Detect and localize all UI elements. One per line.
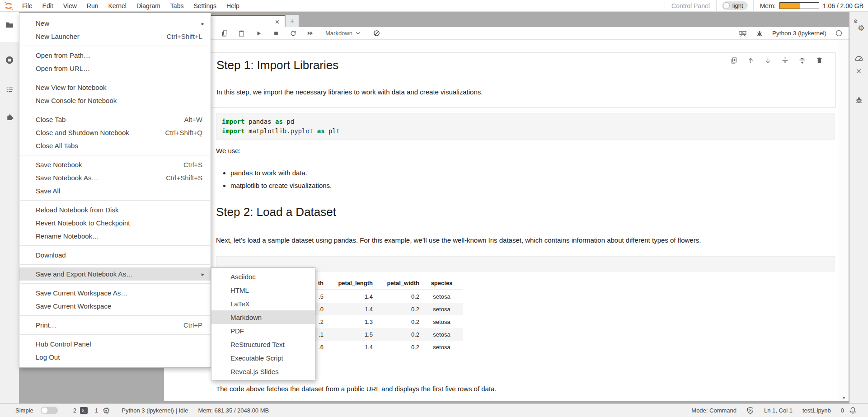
markdown-cell-step1[interactable]: Step 1: Import Libraries In this step, w…	[176, 52, 836, 108]
menubar-settings[interactable]: Settings	[188, 0, 221, 11]
menu-item-new-console-for-notebook[interactable]: New Console for Notebook	[19, 94, 211, 107]
menu-item-open-from-url[interactable]: Open from URL…	[19, 62, 211, 75]
insert-cell-above-icon[interactable]	[781, 56, 789, 64]
menu-item-close-and-shutdown-notebook[interactable]: Close and Shutdown NotebookCtrl+Shift+Q	[19, 126, 211, 139]
menu-separator	[19, 243, 211, 248]
command-mode-text[interactable]: Mode: Command	[691, 407, 737, 414]
insert-cell-below-icon[interactable]	[798, 56, 806, 64]
extension-manager-icon[interactable]	[0, 112, 19, 121]
menu-item-new[interactable]: New▸	[19, 17, 211, 30]
paste-cells-icon[interactable]	[238, 29, 245, 37]
menu-item-save-notebook[interactable]: Save NotebookCtrl+S	[19, 158, 211, 171]
paragraph-we-use: We use:	[216, 147, 241, 155]
menu-item-new-launcher[interactable]: New LauncherCtrl+Shift+L	[19, 30, 211, 43]
debugger-icon[interactable]	[849, 96, 868, 104]
menu-separator	[19, 313, 211, 319]
menubar-view[interactable]: View	[58, 0, 82, 11]
menu-item-hub-control-panel[interactable]: Hub Control Panel	[19, 337, 211, 351]
export-option-markdown[interactable]: Markdown	[211, 310, 315, 324]
menu-item-save-current-workspace-as[interactable]: Save Current Workspace As…	[19, 286, 211, 300]
file-browser-icon[interactable]	[0, 20, 19, 29]
menubar-kernel[interactable]: Kernel	[103, 0, 131, 11]
column-header-species: species	[420, 280, 463, 286]
heading-step2: Step 2: Load a Dataset	[216, 205, 336, 219]
interrupt-kernel-icon[interactable]	[272, 29, 280, 37]
slideshow-icon[interactable]	[739, 29, 747, 37]
export-option-latex[interactable]: LaTeX	[211, 297, 315, 310]
menu-item-save-current-workspace[interactable]: Save Current Workspace	[19, 300, 211, 313]
menubar-file[interactable]: File	[17, 0, 38, 11]
close-icon[interactable]	[849, 68, 868, 75]
menu-item-reload-notebook-from-disk[interactable]: Reload Notebook from Disk	[19, 203, 211, 216]
menu-item-close-tab[interactable]: Close TabAlt+W	[19, 113, 211, 126]
menu-item-save-all[interactable]: Save All	[19, 184, 211, 197]
kernel-chip-icon[interactable]	[103, 407, 110, 414]
export-option-reveal-js-slides[interactable]: Reveal.js Slides	[211, 365, 315, 378]
menu-item-save-and-export-notebook-as[interactable]: Save and Export Notebook As…▸	[19, 267, 211, 281]
export-option-pdf[interactable]: PDF	[211, 324, 315, 337]
menubar-edit[interactable]: Edit	[38, 0, 58, 11]
control-panel-link[interactable]: Control Panel	[665, 2, 716, 9]
notifications-bell-icon[interactable]	[849, 407, 856, 414]
add-tab-button[interactable]: +	[286, 15, 299, 27]
column-header-petal-width: petal_width	[374, 280, 420, 286]
system-monitor-gauge-icon[interactable]	[849, 54, 868, 63]
restart-run-all-icon[interactable]	[306, 29, 314, 37]
simple-mode-toggle[interactable]	[41, 407, 58, 414]
theme-toggle[interactable]: light	[722, 1, 748, 10]
active-filename[interactable]: test1.ipynb	[802, 407, 831, 414]
notebook-toolbar: Markdown Python 3 (ipykernel)	[164, 27, 849, 40]
menubar-tabs[interactable]: Tabs	[165, 0, 189, 11]
vertical-scrollbar[interactable]: ▾	[839, 40, 849, 401]
menu-item-print[interactable]: Print…Ctrl+P	[19, 319, 211, 332]
property-inspector-icon[interactable]: ⚙⚙	[849, 20, 868, 31]
code-cell-imports[interactable]: import pandas as pdimport matplotlib.pyp…	[216, 113, 835, 140]
kernel-name[interactable]: Python 3 (ipykernel)	[772, 30, 826, 37]
notifications-count: 0	[841, 407, 844, 414]
menu-item-revert-notebook-to-checkpoint[interactable]: Revert Notebook to Checkpoint	[19, 216, 211, 230]
table-of-contents-icon[interactable]	[0, 85, 19, 94]
menu-item-log-out[interactable]: Log Out	[19, 351, 211, 364]
tab-close-icon[interactable]	[274, 19, 280, 25]
move-cell-up-icon[interactable]	[747, 56, 755, 64]
kernel-status-icon[interactable]	[835, 30, 842, 37]
submenu-arrow-icon: ▸	[202, 271, 205, 277]
menu-item-rename-notebook[interactable]: Rename Notebook…	[19, 230, 211, 243]
menubar-run[interactable]: Run	[82, 0, 103, 11]
submenu-arrow-icon: ▸	[202, 20, 205, 27]
running-kernels-icon[interactable]	[0, 56, 19, 65]
menu-item-download[interactable]: Download	[19, 248, 211, 262]
terminal-icon[interactable]: $_	[80, 407, 88, 414]
tab-bar: test1.ipynb +	[164, 15, 849, 27]
paragraph-step1: In this step, we import the necessary li…	[216, 88, 483, 96]
table-cell: setosa	[420, 293, 463, 300]
menubar-diagram[interactable]: Diagram	[131, 0, 165, 11]
toggle-knob-icon	[42, 408, 47, 413]
sync-circle-icon[interactable]	[373, 29, 380, 37]
menu-item-save-notebook-as[interactable]: Save Notebook As…Ctrl+Shift+S	[19, 171, 211, 184]
menubar-help[interactable]: Help	[221, 0, 244, 11]
move-cell-down-icon[interactable]	[764, 56, 772, 64]
table-cell: setosa	[420, 306, 463, 313]
scroll-down-arrow-icon[interactable]: ▾	[839, 395, 849, 400]
debugger-bug-icon[interactable]	[756, 30, 763, 37]
delete-cell-icon[interactable]	[816, 56, 823, 64]
export-option-asciidoc[interactable]: Asciidoc	[211, 270, 315, 283]
kernel-status-text[interactable]: Python 3 (ipykernel) | Idle	[122, 407, 188, 414]
export-option-html[interactable]: HTML	[211, 283, 315, 297]
menu-item-new-view-for-notebook[interactable]: New View for Notebook	[19, 81, 211, 94]
duplicate-cell-icon[interactable]	[730, 56, 737, 64]
export-option-executable-script[interactable]: Executable Script	[211, 351, 315, 365]
run-cell-icon[interactable]	[255, 29, 263, 37]
menu-item-close-all-tabs[interactable]: Close All Tabs	[19, 139, 211, 152]
cell-type-dropdown[interactable]: Markdown	[325, 30, 361, 37]
memory-bar	[779, 2, 819, 9]
export-option-restructured-text[interactable]: ReStructured Text	[211, 337, 315, 351]
trust-shield-icon[interactable]	[746, 407, 754, 414]
memory-usage-text: Mem: 681.35 / 2048.00 MB	[198, 407, 269, 414]
menu-separator	[19, 197, 211, 203]
menu-item-open-from-path[interactable]: Open from Path…	[19, 49, 211, 62]
cursor-position-text[interactable]: Ln 1, Col 1	[764, 407, 793, 414]
restart-kernel-icon[interactable]	[289, 29, 297, 37]
copy-cells-icon[interactable]	[221, 29, 228, 37]
